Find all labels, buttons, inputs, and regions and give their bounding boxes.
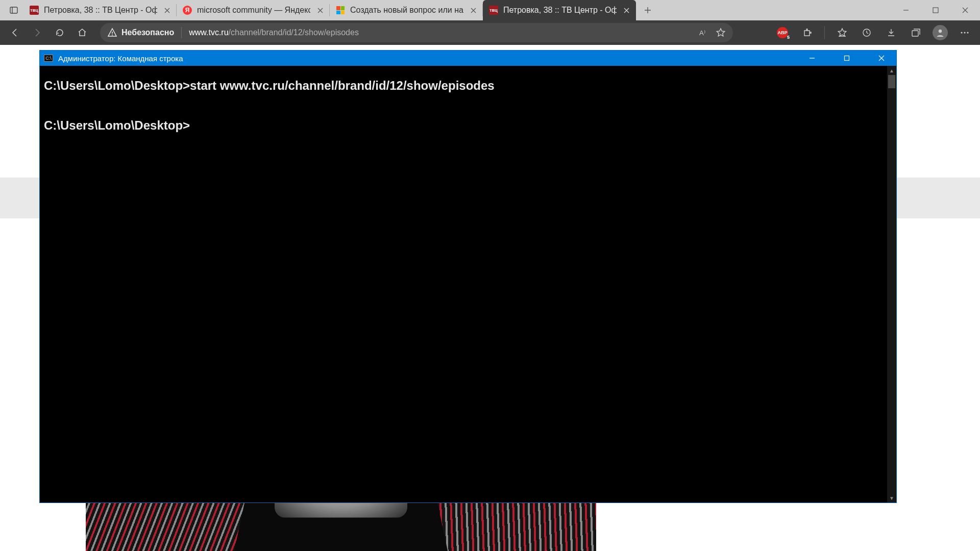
browser-tab[interactable]: Я microsoft community — Яндекс <box>177 0 330 20</box>
close-tab-button[interactable] <box>315 6 325 15</box>
tab-title: Петровка, 38 :: ТВ Центр - Офи <box>44 6 157 15</box>
security-badge[interactable]: Небезопасно <box>107 28 174 38</box>
tab-actions-button[interactable] <box>4 0 23 20</box>
extensions-button[interactable] <box>797 23 817 42</box>
toolbar-right: ABP <box>772 23 975 42</box>
scroll-thumb[interactable] <box>888 75 895 88</box>
cmd-minimize-button[interactable] <box>797 51 827 66</box>
avatar-icon <box>933 25 948 40</box>
forward-button[interactable] <box>28 23 47 42</box>
settings-menu-button[interactable] <box>954 23 975 42</box>
cmd-window[interactable]: C:\ Администратор: Командная строка C:\U… <box>39 50 897 503</box>
tvc-favicon-icon: твц <box>30 6 39 15</box>
address-bar[interactable]: Небезопасно www.tvc.ru/channel/brand/id/… <box>100 23 733 42</box>
browser-tab[interactable]: твц Петровка, 38 :: ТВ Центр - Офи <box>23 0 177 20</box>
browser-tab-active[interactable]: твц Петровка, 38 :: ТВ Центр - Офи <box>483 0 636 20</box>
home-button[interactable] <box>72 23 92 42</box>
cmd-icon: C:\ <box>44 55 53 62</box>
svg-point-13 <box>967 32 968 33</box>
cmd-scrollbar[interactable]: ▲ ▼ <box>887 66 896 503</box>
spacer <box>0 0 4 20</box>
browser-tab[interactable]: Создать новый вопрос или нач <box>330 0 483 20</box>
url-text: www.tvc.ru/channel/brand/id/12/show/epis… <box>189 28 359 37</box>
close-tab-button[interactable] <box>162 6 172 15</box>
cmd-output[interactable]: C:\Users\Lomo\Desktop>start www.tvc.ru/c… <box>40 66 887 503</box>
svg-point-12 <box>964 32 965 33</box>
cmd-close-button[interactable] <box>867 51 896 66</box>
add-favorite-button[interactable] <box>716 28 726 38</box>
cmd-line: C:\Users\Lomo\Desktop>start www.tvc.ru/c… <box>44 79 495 92</box>
close-tab-button[interactable] <box>622 6 631 15</box>
tab-title: Петровка, 38 :: ТВ Центр - Офи <box>503 6 617 15</box>
maximize-window-button[interactable] <box>921 0 950 20</box>
cmd-title: Администратор: Командная строка <box>58 54 792 63</box>
downloads-button[interactable] <box>881 23 901 42</box>
security-label: Небезопасно <box>121 28 174 37</box>
svg-text:A⁾: A⁾ <box>699 29 705 37</box>
svg-point-11 <box>961 32 962 33</box>
favorites-button[interactable] <box>832 23 852 42</box>
warning-icon <box>107 28 117 38</box>
cmd-titlebar[interactable]: C:\ Администратор: Командная строка <box>40 51 896 66</box>
new-tab-button[interactable] <box>636 0 659 20</box>
close-window-button[interactable] <box>950 0 980 20</box>
svg-rect-9 <box>912 31 918 36</box>
scroll-up-button[interactable]: ▲ <box>887 66 896 75</box>
tab-title: microsoft community — Яндекс <box>197 6 310 15</box>
tab-title: Создать новый вопрос или нач <box>350 6 463 15</box>
url-host: www.tvc.ru <box>189 28 228 37</box>
browser-tab-strip: твц Петровка, 38 :: ТВ Центр - Офи Я mic… <box>0 0 980 20</box>
minimize-window-button[interactable] <box>891 0 921 20</box>
svg-point-10 <box>939 30 942 33</box>
svg-rect-0 <box>10 7 17 13</box>
divider <box>181 27 182 38</box>
svg-rect-15 <box>845 56 849 61</box>
read-aloud-button[interactable]: A⁾ <box>698 28 708 38</box>
collections-button[interactable] <box>905 23 926 42</box>
back-button[interactable] <box>5 23 24 42</box>
cmd-maximize-button[interactable] <box>832 51 862 66</box>
divider <box>824 26 825 39</box>
profile-button[interactable] <box>930 23 950 42</box>
reload-button[interactable] <box>50 23 69 42</box>
spacer <box>659 0 891 20</box>
window-controls <box>891 0 980 20</box>
close-tab-button[interactable] <box>469 6 478 15</box>
svg-point-5 <box>112 35 113 36</box>
scroll-down-button[interactable]: ▼ <box>887 493 896 503</box>
url-path: /channel/brand/id/12/show/episodes <box>229 28 359 37</box>
browser-toolbar: Небезопасно www.tvc.ru/channel/brand/id/… <box>0 20 980 45</box>
svg-rect-3 <box>933 8 938 13</box>
history-button[interactable] <box>856 23 877 42</box>
tvc-favicon-icon: твц <box>489 6 498 15</box>
yandex-favicon-icon: Я <box>183 6 192 15</box>
cmd-line: C:\Users\Lomo\Desktop> <box>44 118 190 132</box>
adblock-button[interactable]: ABP <box>772 23 793 42</box>
microsoft-favicon-icon <box>336 6 345 15</box>
